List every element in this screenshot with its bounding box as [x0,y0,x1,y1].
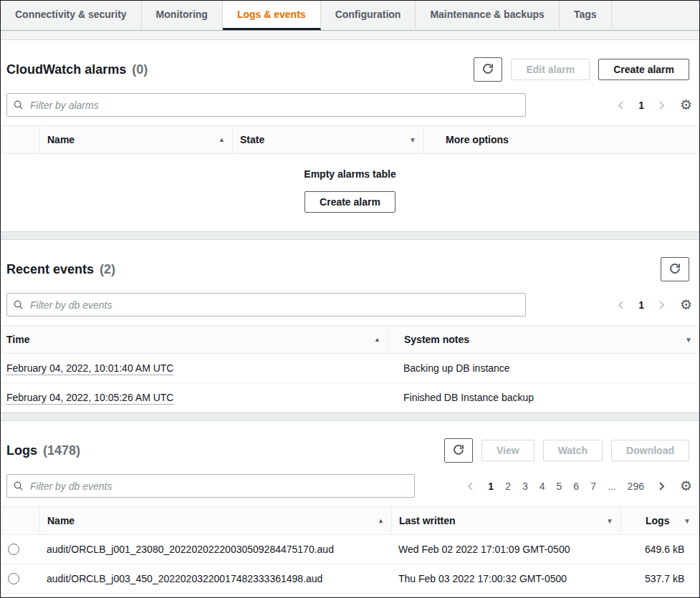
events-page-1[interactable]: 1 [638,299,644,311]
section-divider [1,413,699,421]
log-size: 537.7 kB [620,566,699,592]
search-icon [13,299,24,312]
events-count: (2) [100,262,115,276]
logs-pager-ellipsis: ... [608,481,616,492]
refresh-icon [453,444,464,458]
logs-page-296[interactable]: 296 [628,481,644,492]
view-log-button[interactable]: View [481,440,534,461]
alarms-title: CloudWatch alarms [6,62,126,77]
log-row-radio[interactable] [8,544,19,555]
logs-name-header[interactable]: Name ▲ [39,507,391,534]
log-row-radio[interactable] [8,573,19,584]
chevron-right-icon[interactable] [656,299,667,311]
filter-down-icon[interactable]: ▼ [685,336,692,344]
empty-create-alarm-button[interactable]: Create alarm [305,191,395,213]
tab-logs-events[interactable]: Logs & events [223,1,321,30]
alarms-page-1[interactable]: 1 [638,100,644,111]
logs-table-header: Name ▲ Last written ▼ Logs ▼ [1,506,699,535]
search-icon [13,481,24,493]
logs-page-2[interactable]: 2 [505,481,511,492]
tab-tags[interactable]: Tags [560,1,612,30]
event-row: February 04, 2022, 10:01:40 AM UTC Backi… [1,354,699,383]
event-time: February 04, 2022, 10:01:40 AM UTC [1,355,388,381]
alarms-state-header[interactable]: State ▼ [232,126,423,153]
events-section-title: Recent events (2) [6,262,115,277]
event-time: February 04, 2022, 10:05:26 AM UTC [1,385,388,410]
logs-section-title: Logs (1478) [6,443,80,458]
alarms-section-title: CloudWatch alarms (0) [6,62,148,77]
log-last-written: Wed Feb 02 2022 17:01:09 GMT-0500 [391,536,620,562]
log-row: audit/ORCLB_j001_23080_20220202220030509… [1,535,699,564]
logs-page-3[interactable]: 3 [522,481,528,492]
logs-filter-input[interactable] [6,474,415,498]
download-log-button[interactable]: Download [611,440,689,461]
chevron-left-icon[interactable] [465,481,476,492]
logs-page-4[interactable]: 4 [540,481,545,492]
tab-configuration[interactable]: Configuration [321,1,416,30]
events-refresh-button[interactable] [661,257,689,281]
chevron-left-icon[interactable] [615,299,627,311]
logs-count: (1478) [43,443,80,458]
alarms-more-options-header: More options [423,126,699,153]
log-last-written: Thu Feb 03 2022 17:00:32 GMT-0500 [391,566,620,592]
logs-page-1[interactable]: 1 [488,481,494,492]
tab-monitoring[interactable]: Monitoring [142,1,223,30]
tab-bar: Connectivity & security Monitoring Logs … [1,1,699,31]
alarms-filter-input[interactable] [6,93,526,117]
filter-down-icon[interactable]: ▼ [684,517,691,525]
events-system-notes-header[interactable]: System notes ▼ [388,326,699,353]
filter-down-icon[interactable]: ▼ [606,517,613,525]
events-pager: 1 [615,299,667,311]
alarms-count: (0) [132,62,148,77]
event-row: February 04, 2022, 10:05:26 AM UTC Finis… [1,383,699,413]
logs-selection-header [1,507,39,534]
refresh-icon [482,63,494,77]
events-time-header[interactable]: Time ▲ [1,326,388,353]
cloudwatch-alarms-section: CloudWatch alarms (0) Edit alarm Create … [1,40,699,231]
alarms-filter [6,93,526,117]
logs-size-header[interactable]: Logs ▼ [620,507,699,534]
edit-alarm-button[interactable]: Edit alarm [511,59,590,80]
events-settings-gear-icon[interactable]: ⚙ [680,298,692,312]
sort-asc-icon[interactable]: ▲ [374,336,380,343]
logs-filter [6,474,415,498]
sort-asc-icon[interactable]: ▲ [219,136,225,143]
chevron-left-icon[interactable] [615,100,627,111]
events-filter [6,293,526,317]
logs-page-6[interactable]: 6 [573,481,579,492]
alarms-refresh-button[interactable] [474,57,502,82]
log-name: audit/ORCLB_j003_450_2022020322001748233… [39,566,391,592]
alarms-selection-header [1,126,39,153]
logs-refresh-button[interactable] [444,438,473,463]
tab-connectivity-security[interactable]: Connectivity & security [1,1,142,30]
logs-settings-gear-icon[interactable]: ⚙ [680,479,692,493]
section-divider [1,231,699,240]
filter-down-icon[interactable]: ▼ [409,136,416,144]
alarms-empty-state: Empty alarms table Create alarm [1,154,699,231]
rds-details-page: Connectivity & security Monitoring Logs … [0,0,700,598]
create-alarm-button[interactable]: Create alarm [598,59,689,80]
alarms-pager: 1 [615,100,667,111]
alarms-name-header[interactable]: Name ▲ [39,126,232,153]
sort-asc-icon[interactable]: ▲ [378,517,384,524]
recent-events-section: Recent events (2) [1,240,699,413]
tab-maintenance-backups[interactable]: Maintenance & backups [416,1,560,30]
chevron-right-icon[interactable] [656,481,667,492]
log-row: audit/ORCLB_j003_450_2022020322001748233… [1,564,699,594]
alarms-settings-gear-icon[interactable]: ⚙ [680,98,692,112]
events-filter-input[interactable] [6,293,526,317]
event-notes: Finished DB Instance backup [388,385,699,410]
logs-last-written-header[interactable]: Last written ▼ [391,507,620,534]
event-notes: Backing up DB instance [388,355,699,381]
logs-page-5[interactable]: 5 [557,481,562,492]
watch-log-button[interactable]: Watch [543,440,603,461]
logs-pager: 1 2 3 4 5 6 7 ... 296 [465,481,667,492]
logs-title: Logs [6,443,37,458]
logs-section: Logs (1478) View Watch Download [1,421,699,594]
events-title: Recent events [6,262,94,276]
logs-page-7[interactable]: 7 [590,481,596,492]
alarms-empty-text: Empty alarms table [1,168,699,180]
alarms-table-header: Name ▲ State ▼ More options [1,125,699,154]
events-table-header: Time ▲ System notes ▼ [1,325,699,354]
chevron-right-icon[interactable] [656,100,667,111]
